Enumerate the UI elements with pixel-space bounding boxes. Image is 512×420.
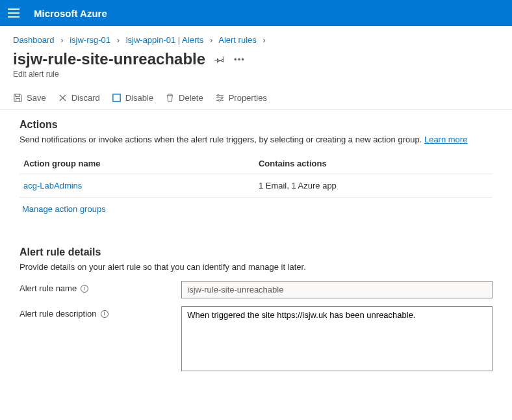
chevron-right-icon: › [117,35,120,45]
breadcrumb-item[interactable]: Alert rules [218,35,257,45]
save-icon [13,93,23,103]
discard-button[interactable]: Discard [58,93,100,103]
actions-description: Send notifications or invoke actions whe… [19,135,493,144]
trash-icon [165,93,175,103]
page-title: isjw-rule-site-unreachable [13,50,205,68]
save-button[interactable]: Save [13,93,46,103]
svg-point-3 [218,99,220,101]
chevron-right-icon: › [210,35,212,45]
learn-more-link[interactable]: Learn more [424,135,467,144]
info-icon[interactable]: i [101,310,109,318]
pin-icon[interactable] [214,54,225,64]
col-contains-actions: Contains actions [255,153,493,174]
details-heading: Alert rule details [19,246,493,258]
disable-button[interactable]: Disable [112,93,153,103]
brand-label: Microsoft Azure [34,8,107,19]
properties-button[interactable]: Properties [215,93,267,103]
toolbar: Save Discard Disable Delete Properties [0,88,512,110]
breadcrumb-item[interactable]: isjw-appin-01 | Alerts [126,35,204,45]
sliders-icon [215,93,225,103]
square-icon [112,93,122,103]
action-group-link[interactable]: acg-LabAdmins [23,181,82,190]
breadcrumb: Dashboard › isjw-rsg-01 › isjw-appin-01 … [0,26,512,50]
chevron-right-icon: › [262,35,265,45]
info-icon[interactable]: i [81,285,88,293]
svg-point-1 [217,94,219,96]
more-icon[interactable]: ••• [234,55,245,64]
table-row[interactable]: acg-LabAdmins 1 Email, 1 Azure app [19,174,493,198]
manage-action-groups-link[interactable]: Manage action groups [22,204,106,214]
delete-button[interactable]: Delete [165,93,203,103]
rule-name-label: Alert rule name [19,283,77,293]
chevron-right-icon: › [60,35,63,45]
menu-toggle[interactable] [8,7,21,20]
svg-point-2 [221,97,223,99]
action-group-table: Action group name Contains actions acg-L… [19,153,493,198]
svg-rect-0 [113,94,120,101]
rule-description-input[interactable] [181,306,493,371]
breadcrumb-item[interactable]: isjw-rsg-01 [70,35,110,45]
details-description: Provide details on your alert rule so th… [19,262,493,272]
rule-description-label: Alert rule description [19,309,97,319]
col-action-group-name: Action group name [19,153,255,174]
rule-name-input [181,281,493,298]
breadcrumb-item[interactable]: Dashboard [13,35,55,45]
close-icon [58,93,68,103]
actions-heading: Actions [19,119,493,131]
page-subtitle: Edit alert rule [0,68,512,88]
contains-actions-cell: 1 Email, 1 Azure app [255,174,493,198]
